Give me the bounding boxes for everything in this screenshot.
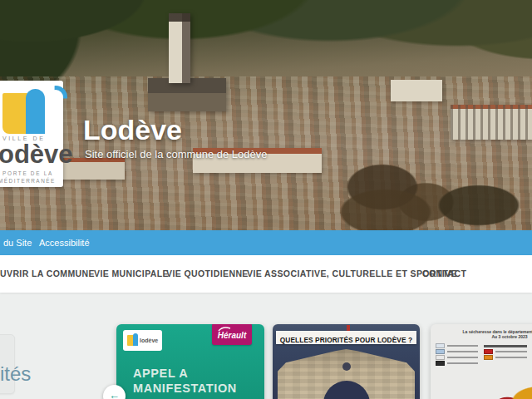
nav-plan-du-site[interactable]: du Site	[3, 230, 32, 255]
actualites-heading: ités	[0, 362, 31, 386]
mini-logo-text: lodève	[140, 337, 158, 343]
card-banner: QUELLES PRIORITÉS POUR LODÈVE ?	[276, 331, 416, 344]
nav-decouvrir-la-commune[interactable]: UVRIR LA COMMUNE	[0, 255, 95, 293]
herault-drought-map	[477, 374, 532, 399]
main-nav-bar: UVRIR LA COMMUNE VIE MUNICIPALE VIE QUOT…	[0, 255, 532, 293]
cathedral-tower	[169, 13, 190, 83]
apartment-block	[451, 105, 532, 140]
site-title: Lodève	[83, 114, 182, 146]
card-title: APPEL A MANIFESTATION	[133, 366, 237, 396]
arrow-left-icon: ←	[103, 385, 126, 399]
logo-tagline-line1: PORTE DE LA	[2, 170, 53, 176]
nav-accessibilite[interactable]: Accessibilité	[39, 230, 90, 255]
trees	[316, 172, 532, 230]
gate-arch	[323, 381, 370, 399]
carousel-prev-button[interactable]: ←	[103, 385, 126, 399]
herault-label: Hérault	[212, 331, 252, 340]
cathedral-body	[148, 78, 226, 111]
mini-logo-blue	[133, 333, 138, 346]
stone-gate-photo	[278, 349, 415, 399]
gate-oculus	[342, 362, 351, 371]
map-legend	[436, 344, 532, 374]
nav-contact[interactable]: CONTACT	[422, 255, 466, 293]
news-card-priorites[interactable]: QUELLES PRIORITÉS POUR LODÈVE ?	[273, 324, 420, 399]
logo-tagline-line2: MÉDITERRANÉE	[0, 178, 56, 184]
logo-yellow-shape	[2, 93, 28, 134]
site-subtitle: Site officiel de la commune de Lodève	[85, 148, 267, 160]
building	[391, 80, 442, 101]
lodeve-mini-logo: lodève	[123, 330, 162, 351]
hero-photo	[0, 0, 532, 230]
logo-blue-shape	[26, 89, 45, 134]
city-logo[interactable]: VILLE DE odève PORTE DE LA MÉDITERRANÉE	[0, 81, 63, 187]
news-card-secheresse-map[interactable]: La sécheresse dans le département de l'H…	[431, 324, 532, 399]
news-card-appel-manifestation[interactable]: lodève Hérault APPEL A MANIFESTATION	[116, 324, 264, 399]
herault-swoosh-icon	[218, 326, 231, 332]
nav-vie-quotidienne[interactable]: VIE QUOTIDIENNE	[166, 255, 249, 293]
herault-logo-badge: Hérault	[212, 324, 252, 345]
map-title: La sécheresse dans le département de l'H…	[447, 329, 532, 339]
lodeve-homepage: VILLE DE odève PORTE DE LA MÉDITERRANÉE …	[0, 0, 532, 399]
logo-city-name: odève	[0, 140, 73, 170]
nav-vie-municipale[interactable]: VIE MUNICIPALE	[94, 255, 169, 293]
news-section: ités lodève Hérault APPEL A MANIFESTATIO…	[0, 293, 532, 399]
utility-nav-bar: du Site Accessibilité	[0, 230, 532, 255]
